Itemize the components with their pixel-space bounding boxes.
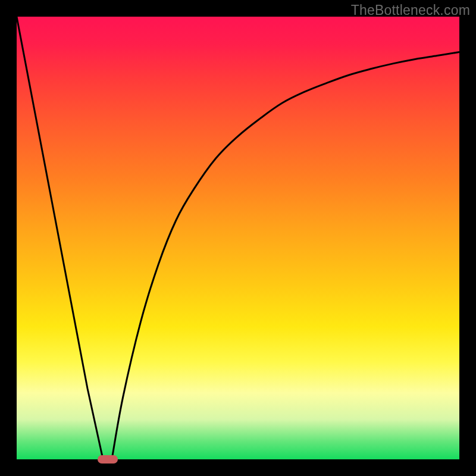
plot-area (17, 17, 459, 459)
curve-layer (17, 17, 459, 459)
minimum-marker (98, 455, 118, 464)
curve-right-branch (112, 52, 459, 459)
watermark-label: TheBottleneck.com (351, 2, 470, 18)
chart-frame: TheBottleneck.com (0, 0, 476, 476)
curve-left-branch (17, 17, 103, 459)
